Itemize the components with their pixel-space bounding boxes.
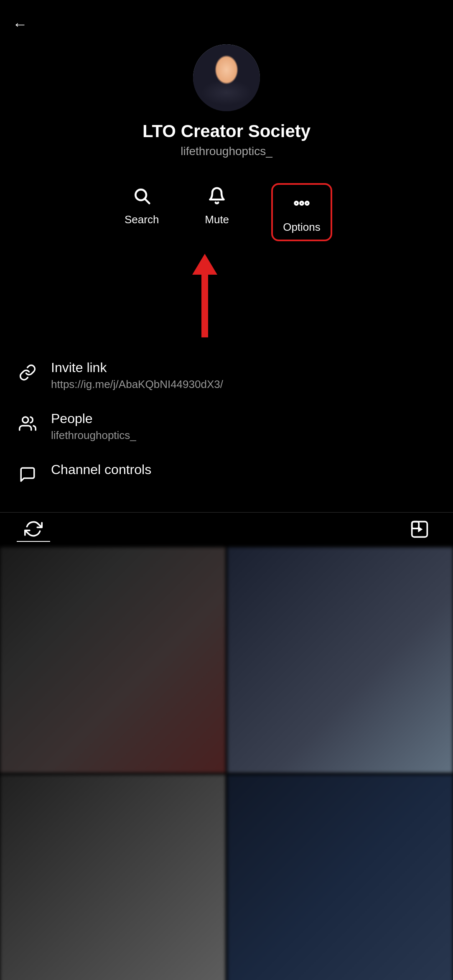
invite-link-title: Invite link: [51, 360, 223, 375]
link-icon: [17, 362, 38, 383]
grid-item: [227, 547, 453, 773]
tab-media[interactable]: [403, 517, 436, 542]
channel-handle: lifethroughoptics_: [181, 145, 272, 158]
svg-point-3: [300, 202, 303, 204]
people-sub: lifethroughoptics_: [51, 429, 136, 442]
options-button[interactable]: Options: [271, 183, 332, 241]
mute-button[interactable]: Mute: [196, 183, 238, 241]
media-icon: [410, 520, 429, 538]
search-button[interactable]: Search: [121, 183, 163, 241]
people-title: People: [51, 411, 136, 426]
options-label: Options: [283, 221, 321, 234]
content-grid: [0, 547, 453, 980]
actions-row: Search Mute Options: [0, 183, 453, 241]
mute-label: Mute: [205, 213, 229, 226]
invite-link-url: https://ig.me/j/AbaKQbNI44930dX3/: [51, 378, 223, 391]
back-button[interactable]: ←: [13, 17, 28, 32]
search-label: Search: [125, 213, 159, 226]
channel-controls-title: Channel controls: [51, 462, 151, 477]
svg-point-7: [23, 417, 28, 423]
chat-icon: [17, 464, 38, 485]
more-icon: [289, 191, 314, 216]
profile-section: LTO Creator Society lifethroughoptics_: [0, 40, 453, 166]
invite-link-item[interactable]: Invite link https://ig.me/j/AbaKQbNI4493…: [17, 350, 436, 401]
svg-marker-6: [192, 254, 217, 275]
bell-icon: [204, 183, 229, 208]
svg-point-2: [295, 202, 298, 204]
people-item[interactable]: People lifethroughoptics_: [17, 401, 436, 452]
grid-item: [227, 775, 453, 980]
channel-controls-item[interactable]: Channel controls: [17, 452, 436, 495]
refresh-icon: [24, 520, 43, 538]
tabs-bar: [0, 512, 453, 546]
channel-name: LTO Creator Society: [143, 121, 310, 141]
svg-line-1: [145, 199, 149, 203]
grid-item: [0, 547, 226, 773]
search-icon: [129, 183, 154, 208]
people-icon: [17, 413, 38, 434]
svg-point-4: [305, 202, 308, 204]
info-list: Invite link https://ig.me/j/AbaKQbNI4493…: [0, 342, 453, 504]
annotation-arrow: [0, 250, 453, 342]
header: ←: [0, 0, 453, 40]
grid-item: [0, 775, 226, 980]
avatar: [193, 44, 260, 111]
tab-reels[interactable]: [17, 517, 50, 542]
